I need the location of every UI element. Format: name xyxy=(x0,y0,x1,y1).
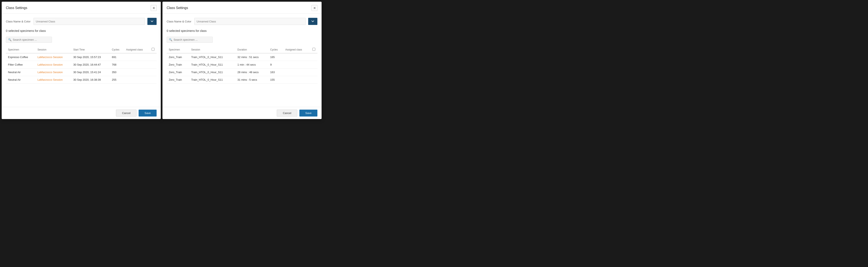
cell-checkbox xyxy=(310,53,317,61)
cell-checkbox xyxy=(150,61,157,68)
session-link[interactable]: LaMarzocco Session xyxy=(37,78,63,81)
table-row: Neutral Air LaMarzocco Session 30 Sep 20… xyxy=(6,68,157,76)
cell-duration: 1 min : 44 secs xyxy=(235,61,268,68)
cell-duration: 28 mins : 48 secs xyxy=(235,68,268,76)
save-button-right[interactable]: Save xyxy=(299,110,317,117)
cell-assigned xyxy=(124,68,150,76)
session-link[interactable]: LaMarzocco Session xyxy=(37,71,63,74)
dialog-left-body: Class Name & Color 0 selected specimens … xyxy=(2,13,161,107)
dialog-left-title: Class Settings xyxy=(6,6,27,10)
col-cycles-right: Cycles xyxy=(268,46,283,53)
search-input-left[interactable] xyxy=(13,38,50,41)
search-icon-right: 🔍 xyxy=(169,38,172,41)
select-all-left[interactable] xyxy=(152,48,155,51)
table-row: Neutral Air LaMarzocco Session 30 Sep 20… xyxy=(6,76,157,84)
cell-session: Train_HTOL_0_Hour_S11 xyxy=(189,68,235,76)
table-row: Filter Coffee LaMarzocco Session 30 Sep … xyxy=(6,61,157,68)
dialog-left: Class Settings ✕ Class Name & Color 0 se… xyxy=(2,2,161,119)
table-row: Zero_Train Train_HTOL_0_Hour_S11 28 mins… xyxy=(167,68,317,76)
class-name-row-right: Class Name & Color xyxy=(167,18,317,25)
session-link[interactable]: LaMarzocco Session xyxy=(37,56,63,59)
cell-session: LaMarzocco Session xyxy=(35,76,71,84)
col-session-right: Session xyxy=(189,46,235,53)
cell-session: Train_HTOL_0_Hour_S11 xyxy=(189,53,235,61)
cell-starttime: 30 Sep 2020, 16:38:39 xyxy=(71,76,110,84)
col-starttime-left: Start Time xyxy=(71,46,110,53)
cell-starttime: 30 Sep 2020, 15:57:23 xyxy=(71,53,110,61)
cell-starttime: 30 Sep 2020, 16:44:47 xyxy=(71,61,110,68)
close-button-right[interactable]: ✕ xyxy=(312,5,317,11)
cell-cycles: 155 xyxy=(268,76,283,84)
dialog-right: Class Settings ✕ Class Name & Color 0 se… xyxy=(162,2,321,119)
search-icon-left: 🔍 xyxy=(8,38,11,41)
cell-checkbox xyxy=(310,76,317,84)
col-checkbox-right xyxy=(310,46,317,53)
table-row: Zero_Train Train_HTOL_0_Hour_S11 1 min :… xyxy=(167,61,317,68)
cell-checkbox xyxy=(150,53,157,61)
cell-checkbox xyxy=(310,61,317,68)
class-name-row-left: Class Name & Color xyxy=(6,18,157,25)
cell-assigned xyxy=(283,61,310,68)
cell-session: LaMarzocco Session xyxy=(35,53,71,61)
cell-session: LaMarzocco Session xyxy=(35,61,71,68)
cell-specimen: Filter Coffee xyxy=(6,61,35,68)
save-button-left[interactable]: Save xyxy=(138,110,157,117)
cell-specimen: Zero_Train xyxy=(167,68,189,76)
cell-specimen: Espresso Coffee xyxy=(6,53,35,61)
cell-duration: 32 mins : 51 secs xyxy=(235,53,268,61)
dialog-left-footer: Cancel Save xyxy=(2,107,161,119)
dialog-right-footer: Cancel Save xyxy=(162,107,321,119)
session-link[interactable]: LaMarzocco Session xyxy=(37,63,63,66)
cell-assigned xyxy=(283,53,310,61)
selected-count-left: 0 selected specimens for class xyxy=(6,28,157,33)
cell-specimen: Zero_Train xyxy=(167,53,189,61)
table-row: Zero_Train Train_HTOL_0_Hour_S11 32 mins… xyxy=(167,53,317,61)
search-input-right[interactable] xyxy=(174,38,210,41)
cell-session: Train_HTOL_0_Hour_S11 xyxy=(189,76,235,84)
cell-specimen: Zero_Train xyxy=(167,61,189,68)
search-container-right: 🔍 xyxy=(167,37,213,43)
cell-assigned xyxy=(283,76,310,84)
cell-session: Train_HTOL_0_Hour_S11 xyxy=(189,61,235,68)
table-row: Espresso Coffee LaMarzocco Session 30 Se… xyxy=(6,53,157,61)
dialog-right-body: Class Name & Color 0 selected specimens … xyxy=(162,13,321,107)
class-name-input-left[interactable] xyxy=(33,18,145,25)
cancel-button-right[interactable]: Cancel xyxy=(277,110,297,117)
color-dropdown-btn-left[interactable] xyxy=(147,18,157,25)
dialog-right-header: Class Settings ✕ xyxy=(162,2,321,13)
cell-assigned xyxy=(124,53,150,61)
col-duration-right: Duration xyxy=(235,46,268,53)
class-name-label-right: Class Name & Color xyxy=(167,20,192,23)
col-assigned-left: Assigned class xyxy=(124,46,150,53)
cell-specimen: Neutral Air xyxy=(6,76,35,84)
dialog-right-title: Class Settings xyxy=(167,6,188,10)
color-dropdown-btn-right[interactable] xyxy=(308,18,317,25)
close-button-left[interactable]: ✕ xyxy=(151,5,157,11)
cell-assigned xyxy=(283,68,310,76)
cell-cycles: 768 xyxy=(110,61,124,68)
cell-cycles: 255 xyxy=(110,76,124,84)
cell-assigned xyxy=(124,61,150,68)
search-container-left: 🔍 xyxy=(6,37,52,43)
col-specimen-right: Specimen xyxy=(167,46,189,53)
cell-checkbox xyxy=(150,68,157,76)
table-left: Specimen Session Start Time Cycles Assig… xyxy=(6,46,157,103)
col-session-left: Session xyxy=(35,46,71,53)
col-cycles-left: Cycles xyxy=(110,46,124,53)
select-all-right[interactable] xyxy=(312,48,315,51)
dialog-left-header: Class Settings ✕ xyxy=(2,2,161,13)
col-assigned-right: Assigned class xyxy=(283,46,310,53)
class-name-input-right[interactable] xyxy=(194,18,306,25)
table-row: Zero_Train Train_HTOL_0_Hour_S11 31 mins… xyxy=(167,76,317,84)
selected-count-right: 0 selected specimens for class xyxy=(167,28,317,33)
cell-specimen: Zero_Train xyxy=(167,76,189,84)
cell-cycles: 9 xyxy=(268,61,283,68)
cell-cycles: 350 xyxy=(110,68,124,76)
class-name-label-left: Class Name & Color xyxy=(6,20,31,23)
cell-session: LaMarzocco Session xyxy=(35,68,71,76)
cell-starttime: 30 Sep 2020, 15:41:24 xyxy=(71,68,110,76)
cancel-button-left[interactable]: Cancel xyxy=(116,110,136,117)
cell-cycles: 165 xyxy=(268,53,283,61)
cell-specimen: Neutral Air xyxy=(6,68,35,76)
table-right: Specimen Session Duration Cycles Assigne… xyxy=(167,46,317,103)
